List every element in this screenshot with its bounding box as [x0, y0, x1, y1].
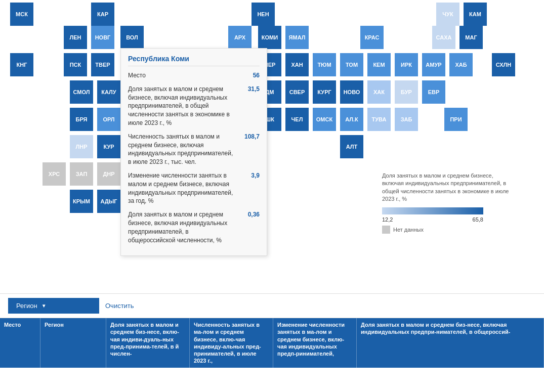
region-tile-крас[interactable]: КРАС — [360, 26, 384, 49]
region-dropdown[interactable]: Регион ▼ — [8, 298, 99, 314]
region-tile-ямал[interactable]: ЯМАЛ — [285, 26, 309, 49]
region-tile-лнр[interactable]: ЛНР — [70, 135, 93, 158]
th-col3: Изменение численности занятых в ма-лом и… — [273, 318, 357, 368]
region-tile-том[interactable]: ТОМ — [340, 53, 363, 76]
legend-title: Доля занятых в малом и среднем бизнесе, … — [382, 172, 514, 203]
region-tile-кур[interactable]: КУР — [97, 135, 120, 158]
tooltip-row-label: Численность занятых в малом и среднем би… — [128, 133, 239, 166]
table-header: Место Регион Доля занятых в малом и сред… — [0, 318, 544, 368]
region-dropdown-label: Регион — [16, 302, 37, 310]
region-tile-хан[interactable]: ХАН — [285, 53, 309, 76]
region-tile-кар[interactable]: КАР — [91, 3, 114, 26]
tooltip-row-value: 31,5 — [239, 85, 260, 94]
tooltip-row-label: Доля занятых в малом и среднем бизнесе, … — [128, 85, 239, 127]
region-tile-кург[interactable]: КУРГ — [313, 80, 336, 104]
tooltip-row-label: Доля занятых в малом и среднем бизнесе, … — [128, 210, 239, 244]
region-tile-бур[interactable]: БУР — [395, 80, 418, 104]
region-tile-заб[interactable]: ЗАБ — [395, 108, 418, 131]
region-tile-твер[interactable]: ТВЕР — [91, 53, 114, 76]
region-tile-нен[interactable]: НЕН — [252, 3, 275, 26]
tooltip-row: Численность занятых в малом и среднем би… — [128, 133, 260, 166]
tooltip-row-label: Изменение численности занятых в малом и … — [128, 171, 239, 205]
bottom-section: Регион ▼ Очистить Место Регион Доля заня… — [0, 293, 544, 392]
region-tile-смол[interactable]: СМОЛ — [70, 80, 93, 104]
region-tile-хрс[interactable]: ХРС — [43, 162, 66, 186]
tooltip-title: Республика Коми — [128, 55, 260, 66]
legend-range: 12,2 65,8 — [382, 216, 483, 223]
legend-nodata-box — [382, 226, 390, 234]
th-mesto: Место — [0, 318, 40, 368]
region-tile-тува[interactable]: ТУВА — [367, 108, 391, 131]
region-tile-адыг[interactable]: АДЫГ — [97, 190, 120, 213]
th-region: Регион — [40, 318, 106, 368]
tooltip-row-value: 108,7 — [239, 133, 260, 141]
legend-nodata: Нет данных — [382, 226, 514, 234]
region-tile-чел[interactable]: ЧЕЛ — [285, 108, 309, 131]
tooltip-row: Доля занятых в малом и среднем бизнесе, … — [128, 210, 260, 244]
region-tile-кем[interactable]: КЕМ — [367, 53, 391, 76]
tooltip-row: Место56 — [128, 71, 260, 80]
region-tile-евр[interactable]: ЕВР — [422, 80, 445, 104]
region-tile-кнг[interactable]: КНГ — [10, 53, 33, 76]
legend-nodata-label: Нет данных — [393, 227, 424, 233]
region-tile-арх[interactable]: АРХ — [228, 26, 252, 49]
region-tile-алт[interactable]: АЛТ — [340, 135, 363, 158]
region-tile-маг[interactable]: МАГ — [459, 26, 483, 49]
chevron-down-icon: ▼ — [41, 303, 47, 309]
tooltip-row-value: 56 — [239, 71, 260, 80]
region-tile-калу[interactable]: КАЛУ — [97, 80, 120, 104]
region-tile-тюм[interactable]: ТЮМ — [313, 53, 336, 76]
region-tile-лен[interactable]: ЛЕН — [64, 26, 87, 49]
tooltip-row-label: Место — [128, 71, 239, 80]
tooltip-row: Доля занятых в малом и среднем бизнесе, … — [128, 85, 260, 127]
region-tile-днр[interactable]: ДНР — [97, 162, 120, 186]
region-tile-пск[interactable]: ПСК — [64, 53, 87, 76]
th-col4: Доля занятых в малом и среднем биз-несе,… — [357, 318, 544, 368]
region-tile-вол[interactable]: ВОЛ — [120, 26, 144, 49]
region-tile-ново[interactable]: НОВО — [340, 80, 363, 104]
legend-max: 65,8 — [473, 216, 483, 223]
region-tile-ирк[interactable]: ИРК — [395, 53, 418, 76]
bottom-controls: Регион ▼ Очистить — [0, 294, 544, 318]
th-col2: Численность занятых в ма-лом и среднем б… — [190, 318, 273, 368]
region-tile-хак[interactable]: ХАК — [367, 80, 391, 104]
region-tile-амур[interactable]: АМУР — [422, 53, 445, 76]
tooltip-row-value: 0,36 — [239, 210, 260, 219]
tooltip-row-value: 3,9 — [239, 171, 260, 180]
region-tile-кам[interactable]: КАМ — [464, 3, 487, 26]
clear-button[interactable]: Очистить — [105, 302, 134, 310]
region-tile-схлн[interactable]: СХЛН — [492, 53, 515, 76]
map-area: МСККАРНЕНЧУККАМЛЕННОВГВОЛАРХКОМИЯМАЛКРАС… — [0, 0, 544, 293]
legend-bar — [382, 207, 483, 214]
region-tile-коми[interactable]: КОМИ — [258, 26, 281, 49]
region-tile-зап[interactable]: ЗАП — [70, 162, 93, 186]
tooltip-row: Изменение численности занятых в малом и … — [128, 171, 260, 205]
tooltip-popup: Республика Коми Место56Доля занятых в ма… — [120, 48, 267, 256]
legend-area: Доля занятых в малом и среднем бизнесе, … — [382, 172, 514, 234]
region-tile-бря[interactable]: БРЯ — [70, 108, 93, 131]
region-tile-саха[interactable]: САХА — [432, 26, 455, 49]
region-tile-омск[interactable]: ОМСК — [313, 108, 336, 131]
region-tile-крым[interactable]: КРЫМ — [70, 190, 93, 213]
region-tile-хаб[interactable]: ХАБ — [449, 53, 473, 76]
legend-bar-container: 12,2 65,8 — [382, 207, 514, 223]
region-tile-чук[interactable]: ЧУК — [436, 3, 459, 26]
region-tile-при[interactable]: ПРИ — [444, 108, 468, 131]
region-tile-новг[interactable]: НОВГ — [91, 26, 114, 49]
th-col1: Доля занятых в малом и среднем биз-несе,… — [106, 318, 190, 368]
region-tile-ал.к[interactable]: АЛ.К — [340, 108, 363, 131]
region-tile-свер[interactable]: СВЕР — [285, 80, 309, 104]
region-tile-орл[interactable]: ОРЛ — [97, 108, 120, 131]
region-tile-мск[interactable]: МСК — [10, 3, 33, 26]
legend-min: 12,2 — [382, 216, 393, 223]
